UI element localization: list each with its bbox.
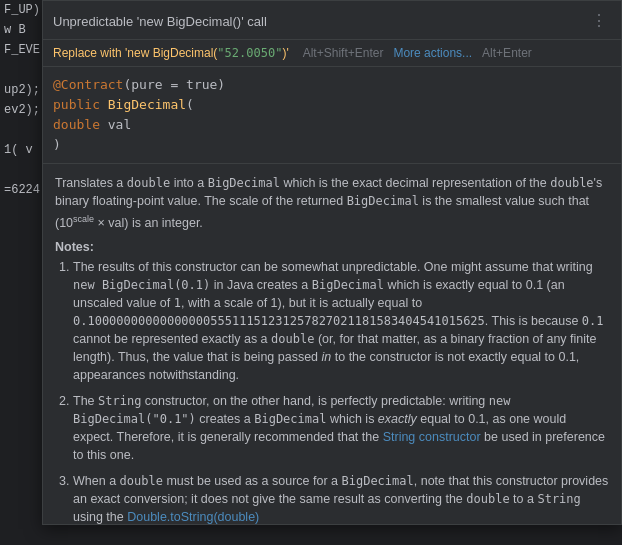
quickfix-shortcut2: Alt+Enter: [482, 46, 532, 60]
more-actions-link[interactable]: More actions...: [393, 46, 472, 60]
double-keyword: double: [53, 117, 100, 132]
bigdecimal-classname: BigDecimal: [108, 97, 186, 112]
left-code-strip: F_UP) w B F_EVE up2); ev2); 1( v =6224: [0, 0, 42, 545]
description-area[interactable]: Translates a double into a BigDecimal wh…: [43, 164, 621, 524]
popup-header: Unpredictable 'new BigDecimal()' call ⋮: [43, 1, 621, 40]
code-line-7: [0, 120, 42, 140]
annotation-args: (pure = true): [123, 77, 225, 92]
double-tostring-link[interactable]: Double.toString(double): [127, 510, 259, 524]
code-line-6: ev2);: [0, 100, 42, 120]
code-line-8: 1( v: [0, 140, 42, 160]
code-line-9: [0, 160, 42, 180]
snippet-line-1: @Contract(pure = true): [53, 75, 611, 95]
note-item-2: The String constructor, on the other han…: [73, 392, 609, 464]
popup-title: Unpredictable 'new BigDecimal()' call: [53, 14, 267, 29]
snippet-line-4: ): [53, 135, 611, 155]
quickfix-shortcut1: Alt+Shift+Enter: [303, 46, 384, 60]
snippet-line-3: double val: [53, 115, 611, 135]
description-paragraph: Translates a double into a BigDecimal wh…: [55, 174, 609, 232]
open-paren: (: [186, 97, 194, 112]
public-keyword: public: [53, 97, 100, 112]
code-line-10: =6224: [0, 180, 42, 200]
notes-label: Notes:: [55, 240, 609, 254]
note-item-3: When a double must be used as a source f…: [73, 472, 609, 524]
code-line-3: F_EVE: [0, 40, 42, 60]
close-paren: ): [53, 137, 61, 152]
annotation-keyword: @Contract: [53, 77, 123, 92]
code-snippet: @Contract(pure = true) public BigDecimal…: [43, 67, 621, 164]
popup-menu-button[interactable]: ⋮: [587, 9, 611, 33]
code-line-2: w B: [0, 20, 42, 40]
val-var: val: [100, 117, 131, 132]
code-line-5: up2);: [0, 80, 42, 100]
snippet-line-2: public BigDecimal(: [53, 95, 611, 115]
string-constructor-link[interactable]: String constructor: [383, 430, 481, 444]
code-line-4: [0, 60, 42, 80]
note-item-1: The results of this constructor can be s…: [73, 258, 609, 384]
quickfix-action-label: Replace with 'new BigDecimal("52.0050")': [53, 46, 289, 60]
code-line-1: F_UP): [0, 0, 42, 20]
quickfix-row: Replace with 'new BigDecimal("52.0050")'…: [43, 40, 621, 67]
notes-list: The results of this constructor can be s…: [55, 258, 609, 524]
inspection-popup: Unpredictable 'new BigDecimal()' call ⋮ …: [42, 0, 622, 525]
